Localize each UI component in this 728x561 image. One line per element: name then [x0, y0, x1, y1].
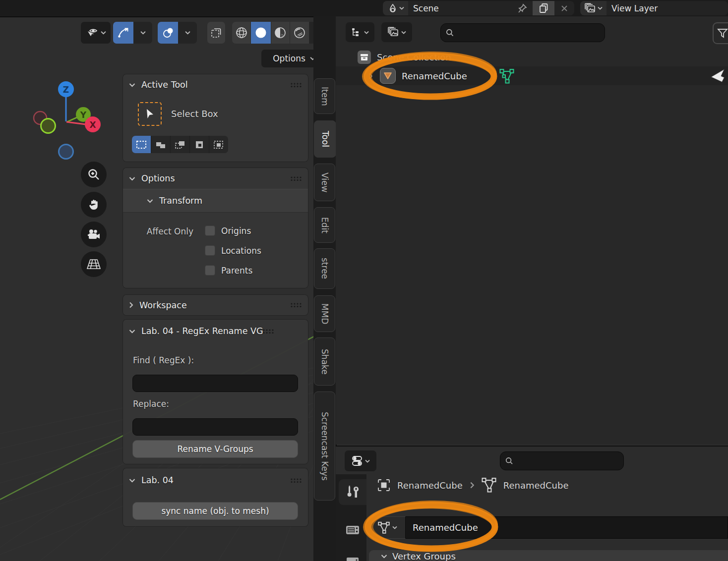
properties-search-input[interactable]: [517, 456, 618, 466]
object-name-label[interactable]: RenamedCube: [402, 71, 467, 81]
collection-label[interactable]: Scene Collection: [377, 52, 451, 62]
pin-icon[interactable]: [518, 3, 528, 14]
select-mode-extend[interactable]: [151, 136, 171, 153]
scene-browse-button[interactable]: [383, 1, 408, 15]
shading-rendered-button[interactable]: [290, 22, 309, 44]
lab04-panel: Lab. 04 sync name (obj. to mesh): [123, 468, 308, 526]
close-icon: [561, 5, 568, 12]
select-mode-set[interactable]: [132, 136, 151, 153]
replace-label: Replace:: [133, 399, 169, 409]
active-tool-panel-header[interactable]: Active Tool: [123, 74, 308, 95]
options-panel-header[interactable]: Options: [123, 168, 308, 189]
mesh-data-icon: [482, 477, 496, 493]
tab-shake[interactable]: Shake: [314, 337, 335, 386]
renamedcube-object-row[interactable]: RenamedCube: [368, 66, 467, 85]
panel-drag-dots[interactable]: [290, 302, 302, 308]
shading-wireframe-button[interactable]: [232, 22, 251, 44]
tab-item[interactable]: Item: [314, 78, 335, 114]
select-mode-subtract[interactable]: [171, 136, 190, 153]
show-gizmos-toggle[interactable]: [113, 22, 133, 44]
select-mode-invert[interactable]: [190, 136, 209, 153]
tab-view[interactable]: View: [314, 164, 335, 201]
lab04-panel-header[interactable]: Lab. 04: [123, 468, 308, 492]
shading-material-button[interactable]: [271, 22, 290, 44]
shading-solid-button[interactable]: [251, 22, 271, 44]
affect-only-label: Affect Only: [123, 226, 193, 236]
replace-input[interactable]: [132, 418, 298, 436]
properties-icon: [351, 455, 363, 467]
overlays-dropdown[interactable]: [178, 22, 197, 44]
gizmos-dropdown[interactable]: [133, 22, 152, 44]
origins-checkbox[interactable]: [205, 225, 215, 236]
chevron-down-icon: [129, 329, 135, 334]
sync-name-button[interactable]: sync name (obj. to mesh): [132, 502, 298, 520]
tab-tool[interactable]: Tool: [314, 120, 336, 158]
view-layer-selector[interactable]: View Layer: [580, 1, 728, 15]
select-mode-intersect[interactable]: [209, 136, 228, 153]
view-layer-browse-button[interactable]: [580, 1, 607, 15]
mesh-name-field[interactable]: RenamedCube: [406, 516, 728, 539]
rendered-shading-icon: [293, 26, 306, 39]
properties-editor-type-button[interactable]: [345, 450, 376, 471]
tab-tool-properties[interactable]: [339, 479, 366, 505]
scene-collection-row[interactable]: Scene Collection: [358, 48, 451, 66]
breadcrumb-object-name[interactable]: RenamedCube: [397, 480, 463, 491]
show-overlays-toggle[interactable]: [158, 22, 178, 44]
delete-scene-button[interactable]: [554, 1, 574, 15]
outliner-search[interactable]: [440, 23, 605, 42]
affect-origins-row: Origins: [205, 225, 251, 236]
new-scene-button[interactable]: [533, 1, 554, 15]
regex-panel-header[interactable]: Lab. 04 - RegEx Rename VG: [123, 320, 308, 342]
active-tool-icon-box[interactable]: [138, 102, 162, 126]
vertex-groups-panel-header[interactable]: Vertex Groups: [369, 550, 728, 561]
panel-drag-dots[interactable]: [290, 82, 302, 88]
tab-screencast-keys[interactable]: Screencast Keys: [314, 392, 335, 501]
find-regex-input[interactable]: [132, 375, 298, 392]
mesh-name-row: RenamedCube: [369, 516, 728, 539]
panel-drag-dots[interactable]: [262, 329, 274, 334]
overlays-icon: [162, 26, 175, 39]
panel-drag-dots[interactable]: [290, 176, 302, 181]
view-layer-name[interactable]: View Layer: [611, 3, 658, 13]
scene-name[interactable]: Scene: [413, 3, 439, 13]
workspace-panel-header[interactable]: Workspace: [123, 295, 308, 315]
outliner-search-input[interactable]: [458, 28, 600, 38]
panel-drag-dots[interactable]: [290, 478, 302, 483]
scene-selector[interactable]: Scene: [383, 1, 574, 15]
properties-tab-column: [336, 474, 366, 561]
outliner-filter-collection-button[interactable]: [381, 22, 412, 42]
regex-rename-panel: Lab. 04 - RegEx Rename VG Find ( RegEx )…: [123, 320, 308, 464]
outliner-filter-button[interactable]: [713, 22, 728, 44]
parents-checkbox[interactable]: [205, 265, 215, 276]
outliner-display-mode-button[interactable]: [346, 22, 374, 42]
tab-mmd[interactable]: MMD: [314, 295, 335, 332]
mesh-browse-button[interactable]: [369, 516, 406, 539]
tab-stree[interactable]: stree: [314, 248, 335, 289]
zoom-icon: [87, 168, 101, 181]
mesh-data-icon[interactable]: [499, 68, 514, 84]
grid-toggle-button[interactable]: [81, 251, 107, 277]
duplicate-icon: [539, 3, 548, 14]
tab-output-properties[interactable]: [339, 553, 366, 561]
transform-subpanel-header[interactable]: Transform: [123, 189, 308, 213]
pan-tool-button[interactable]: [81, 192, 107, 218]
tab-edit[interactable]: Edit: [314, 207, 335, 243]
funnel-icon: [717, 28, 728, 39]
topbar: Scene: [0, 0, 728, 17]
visibility-eye-icon: [86, 27, 99, 39]
rename-vgroups-button[interactable]: Rename V-Groups: [132, 440, 298, 458]
object-visibility-button[interactable]: [81, 22, 111, 44]
disclosure-chevron-icon[interactable]: [368, 73, 373, 79]
chevron-down-icon: [399, 6, 404, 10]
tab-render-properties[interactable]: [339, 518, 366, 542]
origins-label: Origins: [221, 226, 251, 236]
properties-search[interactable]: [500, 451, 624, 470]
breadcrumb-mesh-name[interactable]: RenamedCube: [503, 480, 569, 491]
camera-view-button[interactable]: [81, 222, 107, 247]
zoom-tool-button[interactable]: [81, 162, 107, 187]
navigation-gizmo[interactable]: Z Y X: [27, 78, 107, 163]
mesh-object-icon: [380, 68, 396, 84]
object-icon: [377, 479, 390, 492]
locations-checkbox[interactable]: [205, 245, 215, 256]
xray-toggle[interactable]: [207, 22, 225, 44]
